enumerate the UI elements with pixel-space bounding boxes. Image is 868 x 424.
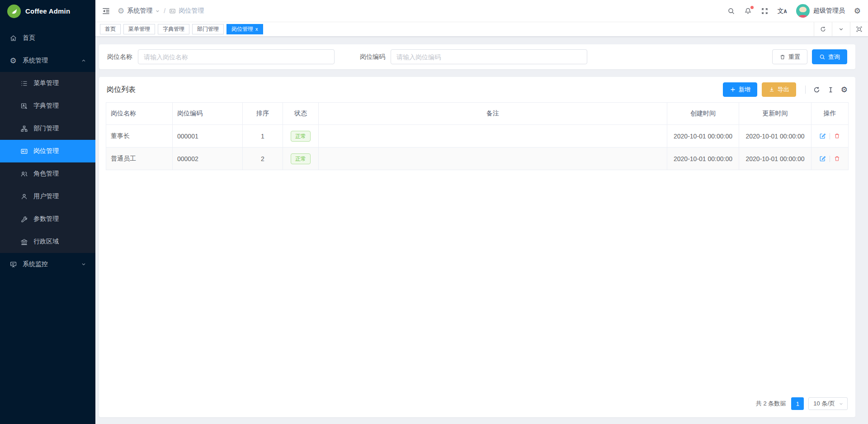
- query-button[interactable]: 查询: [812, 49, 847, 64]
- sidebar-item-dept-mgmt[interactable]: 部门管理: [0, 117, 95, 140]
- tab-menu-mgmt[interactable]: 菜单管理: [123, 24, 155, 34]
- text-size-icon[interactable]: [827, 86, 835, 94]
- toolbar-divider: [805, 86, 806, 94]
- cell-updated: 2020-10-01 00:00:00: [739, 148, 811, 170]
- sidebar-item-param-mgmt[interactable]: 参数管理: [0, 208, 95, 230]
- status-badge: 正常: [291, 131, 311, 142]
- menu-list-icon: [20, 79, 28, 87]
- tab-home[interactable]: 首页: [100, 24, 121, 34]
- sidebar-menu: 首页 ⚙ 系统管理 菜单管理 字典管理 部门管理 岗位管理: [0, 27, 95, 276]
- page-content: 岗位名称 岗位编码 重置 查询 岗位列表: [95, 37, 868, 424]
- sidebar-item-system-monitor[interactable]: 系统监控: [0, 253, 95, 276]
- post-name-field-group: 岗位名称: [107, 49, 335, 64]
- breadcrumb-system-mgmt[interactable]: ⚙ 系统管理: [118, 7, 160, 15]
- cell-status: 正常: [283, 125, 319, 148]
- chevron-up-icon: [81, 58, 86, 63]
- chevron-down-icon[interactable]: [832, 22, 850, 36]
- cell-status: 正常: [283, 148, 319, 170]
- trash-icon[interactable]: [834, 133, 840, 139]
- search-icon[interactable]: [727, 7, 735, 15]
- user-icon: [20, 192, 28, 200]
- export-button[interactable]: 导出: [762, 82, 796, 97]
- sidebar-item-post-mgmt[interactable]: 岗位管理: [0, 140, 95, 162]
- trash-icon: [779, 54, 786, 60]
- bell-icon[interactable]: [744, 7, 752, 15]
- sidebar-item-home[interactable]: 首页: [0, 27, 95, 49]
- reset-button[interactable]: 重置: [772, 49, 807, 64]
- username: 超级管理员: [813, 7, 845, 15]
- cell-actions: [811, 148, 849, 170]
- gear-icon[interactable]: ⚙: [841, 86, 848, 94]
- cell-post-code: 000002: [173, 148, 243, 170]
- page-size-select[interactable]: 10 条/页: [808, 397, 848, 410]
- close-icon[interactable]: x: [255, 27, 258, 32]
- edit-icon[interactable]: [819, 133, 826, 139]
- user-menu[interactable]: 超级管理员: [796, 4, 845, 18]
- gear-icon[interactable]: ⚙: [854, 7, 861, 15]
- post-code-field-group: 岗位编码: [360, 49, 587, 64]
- page-1-button[interactable]: 1: [791, 397, 804, 410]
- collapse-menu-icon[interactable]: [102, 7, 110, 15]
- table-toolbar: ⚙: [813, 86, 848, 94]
- cell-sort: 2: [243, 148, 283, 170]
- cell-created: 2020-10-01 00:00:00: [667, 125, 739, 148]
- trash-icon[interactable]: [834, 155, 840, 162]
- sidebar-item-user-mgmt[interactable]: 用户管理: [0, 185, 95, 208]
- list-title: 岗位列表: [107, 85, 136, 95]
- search-buttons: 重置 查询: [772, 49, 847, 64]
- wrench-icon: [20, 215, 28, 223]
- sidebar-item-menu-mgmt[interactable]: 菜单管理: [0, 72, 95, 95]
- col-created: 创建时间: [667, 103, 739, 125]
- tab-post-mgmt[interactable]: 岗位管理 x: [226, 24, 263, 34]
- sidebar-item-label: 系统管理: [23, 57, 48, 65]
- post-list-card: 岗位列表 新增 导出 ⚙: [99, 77, 855, 417]
- col-status: 状态: [283, 103, 319, 125]
- gear-icon: ⚙: [118, 7, 124, 15]
- sidebar-item-label: 参数管理: [33, 215, 59, 223]
- post-code-input[interactable]: [391, 49, 587, 64]
- translate-icon[interactable]: 文A: [778, 8, 787, 14]
- col-sort: 排序: [243, 103, 283, 125]
- maximize-icon[interactable]: [850, 22, 868, 36]
- avatar: [796, 4, 810, 18]
- action-divider: [830, 133, 830, 139]
- status-badge: 正常: [291, 153, 311, 164]
- total-count: 共 2 条数据: [756, 400, 786, 408]
- plus-icon: [730, 86, 736, 93]
- cell-post-name: 董事长: [106, 125, 173, 148]
- cell-sort: 1: [243, 125, 283, 148]
- tab-dept-mgmt[interactable]: 部门管理: [192, 24, 224, 34]
- col-updated: 更新时间: [739, 103, 811, 125]
- gear-icon: ⚙: [9, 57, 17, 65]
- tab-dict-mgmt[interactable]: 字典管理: [158, 24, 189, 34]
- sidebar-item-label: 字典管理: [33, 102, 59, 110]
- app-logo[interactable]: Coffee Admin: [0, 0, 95, 22]
- edit-icon[interactable]: [819, 155, 826, 162]
- refresh-icon[interactable]: [813, 86, 821, 94]
- col-remark: 备注: [319, 103, 667, 125]
- add-button[interactable]: 新增: [723, 82, 757, 97]
- sidebar: Coffee Admin 首页 ⚙ 系统管理 菜单管理 字典管理 部门管理: [0, 0, 95, 424]
- top-navbar: ⚙ 系统管理 / 岗位管理 文A 超级管理员 ⚙: [95, 0, 868, 22]
- sidebar-item-label: 系统监控: [23, 260, 48, 268]
- post-table: 岗位名称 岗位编码 排序 状态 备注 创建时间 更新时间 操作 董事长 0000…: [106, 102, 849, 170]
- fullscreen-icon[interactable]: [761, 7, 769, 15]
- id-card-icon: [20, 147, 28, 155]
- sidebar-item-role-mgmt[interactable]: 角色管理: [0, 162, 95, 185]
- post-code-label: 岗位编码: [360, 53, 385, 61]
- post-name-input[interactable]: [138, 49, 335, 64]
- chevron-down-icon: [839, 401, 844, 406]
- sidebar-item-dict-mgmt[interactable]: 字典管理: [0, 95, 95, 117]
- main-area: ⚙ 系统管理 / 岗位管理 文A 超级管理员 ⚙: [95, 0, 868, 424]
- list-actions: 新增 导出 ⚙: [723, 82, 848, 97]
- tags-view-bar: 首页 菜单管理 字典管理 部门管理 岗位管理 x: [95, 22, 868, 37]
- id-card-icon: [169, 8, 176, 14]
- sidebar-item-region[interactable]: 行政区域: [0, 230, 95, 253]
- refresh-icon[interactable]: [814, 22, 832, 36]
- breadcrumb-post-mgmt: 岗位管理: [169, 7, 204, 15]
- col-actions: 操作: [811, 103, 849, 125]
- search-form-card: 岗位名称 岗位编码 重置 查询: [99, 44, 855, 69]
- sidebar-item-system-mgmt[interactable]: ⚙ 系统管理: [0, 49, 95, 72]
- home-icon: [9, 34, 17, 42]
- pagination: 共 2 条数据 1 10 条/页: [106, 391, 849, 417]
